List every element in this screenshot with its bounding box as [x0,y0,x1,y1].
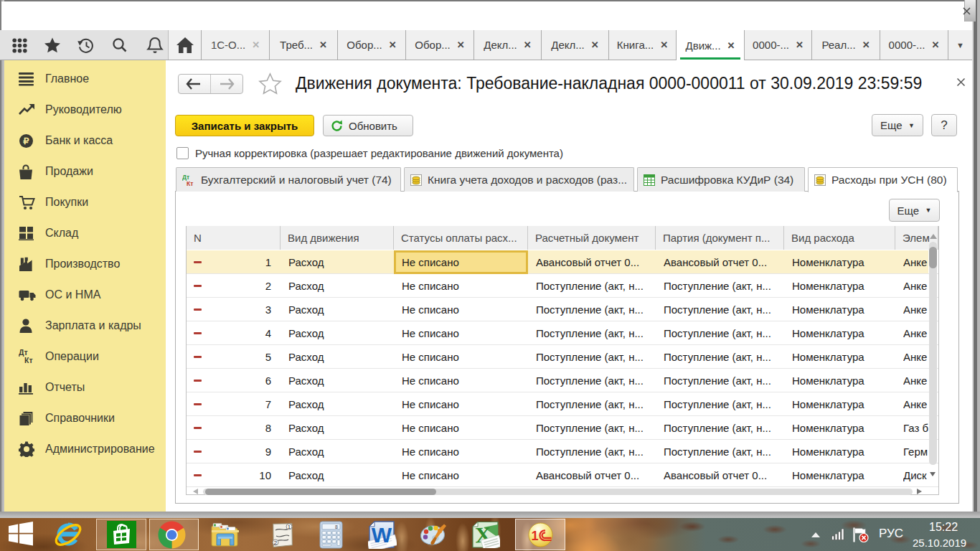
svg-text:₽: ₽ [23,136,29,146]
svg-text:2: 2 [274,540,278,546]
svg-text:W: W [372,523,392,547]
svg-text:Кт: Кт [187,179,193,187]
svg-text:1: 1 [531,529,538,543]
svg-text:8: 8 [335,524,338,529]
svg-text:Кт: Кт [24,356,33,364]
svg-text:1: 1 [288,524,291,530]
